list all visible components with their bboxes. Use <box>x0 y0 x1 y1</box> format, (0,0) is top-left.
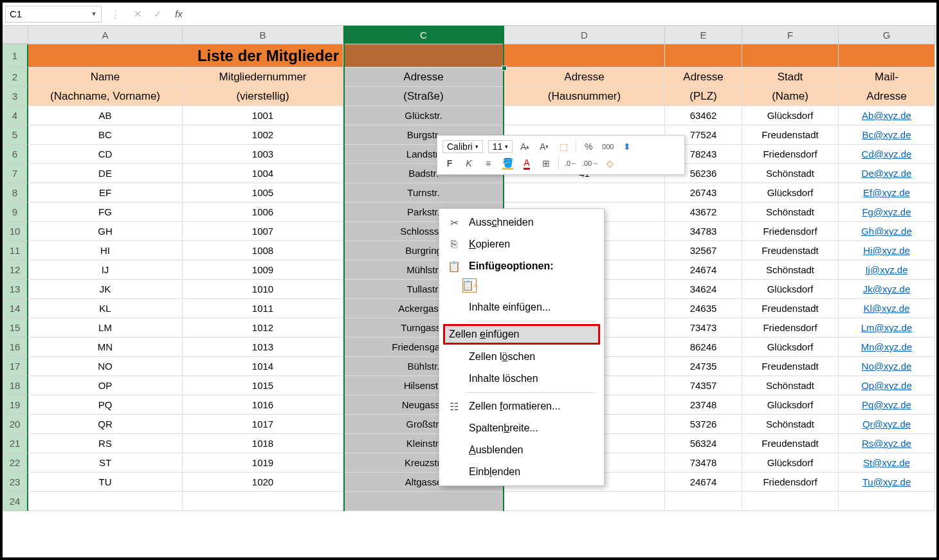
cell-A8[interactable]: EF <box>28 183 183 203</box>
cell-B23[interactable]: 1020 <box>183 473 343 492</box>
email-link[interactable]: Lm@xyz.de <box>861 322 912 333</box>
cell-F19[interactable]: Glücksdorf <box>742 395 839 415</box>
cell-F22[interactable]: Glücksdorf <box>742 453 839 473</box>
cell-E23[interactable]: 24674 <box>665 473 742 492</box>
cell-B12[interactable]: 1009 <box>183 260 343 280</box>
cell-B13[interactable]: 1010 <box>183 280 343 299</box>
email-link[interactable]: Gh@xyz.de <box>861 226 912 237</box>
cell-E19[interactable]: 23748 <box>665 395 742 415</box>
cell-A14[interactable]: KL <box>28 299 183 318</box>
cell-E9[interactable]: 43672 <box>665 203 742 222</box>
formula-input[interactable] <box>188 6 936 23</box>
cell-F4[interactable]: Glücksdorf <box>742 106 839 125</box>
row-header[interactable]: 20 <box>3 415 28 434</box>
cell-G9[interactable]: Fg@xyz.de <box>839 203 935 222</box>
cell-F18[interactable]: Schönstadt <box>742 376 839 395</box>
cell-B7[interactable]: 1004 <box>183 164 343 183</box>
row-header[interactable]: 19 <box>3 395 28 415</box>
email-link[interactable]: Cd@xyz.de <box>862 149 912 159</box>
cell-D4[interactable] <box>504 106 665 125</box>
cell-F16[interactable]: Glücksdorf <box>742 338 839 357</box>
row-header[interactable]: 8 <box>3 183 28 203</box>
cell-F12[interactable]: Schönstadt <box>742 260 839 280</box>
menu-unhide[interactable]: Einblenden <box>439 461 604 483</box>
cell-A10[interactable]: GH <box>28 222 183 241</box>
col-header-F[interactable]: F <box>742 26 839 44</box>
email-link[interactable]: Tu@xyz.de <box>862 476 911 487</box>
cell-G16[interactable]: Mn@xyz.de <box>839 338 935 357</box>
cell-G14[interactable]: Kl@xyz.de <box>839 299 935 318</box>
merge-icon[interactable]: ⬚ <box>556 140 570 154</box>
cell-E15[interactable]: 73473 <box>665 318 742 338</box>
cell-A16[interactable]: MN <box>28 338 183 357</box>
increase-font-icon[interactable]: A▴ <box>518 140 532 154</box>
title-cell-g[interactable] <box>839 44 935 68</box>
cell-F24[interactable] <box>742 492 839 511</box>
cell-C8[interactable]: Turnstr. <box>343 183 504 203</box>
menu-delete-cells[interactable]: Zellen löschen <box>439 346 604 368</box>
header-C-2[interactable]: (Straße) <box>343 87 504 106</box>
header-D-1[interactable]: Adresse <box>504 68 665 87</box>
cell-G22[interactable]: St@xyz.de <box>839 453 935 473</box>
email-link[interactable]: Qr@xyz.de <box>862 419 911 429</box>
cell-B18[interactable]: 1015 <box>183 376 343 395</box>
cell-F9[interactable]: Schönstadt <box>742 203 839 222</box>
header-G-2[interactable]: Adresse <box>839 87 935 106</box>
cell-E17[interactable]: 24735 <box>665 357 742 376</box>
italic-button[interactable]: K <box>462 156 476 170</box>
cell-A4[interactable]: AB <box>28 106 183 125</box>
cell-B15[interactable]: 1012 <box>183 318 343 338</box>
cell-B5[interactable]: 1002 <box>183 125 343 145</box>
row-header[interactable]: 14 <box>3 299 28 318</box>
row-header[interactable]: 17 <box>3 357 28 376</box>
header-B-2[interactable]: (vierstellig) <box>183 87 343 106</box>
row-header[interactable]: 18 <box>3 376 28 395</box>
format-painter-icon[interactable]: ⬍ <box>620 140 634 154</box>
bold-button[interactable]: F <box>442 156 457 170</box>
menu-copy[interactable]: ⎘ Kopieren <box>439 233 604 255</box>
cell-G18[interactable]: Op@xyz.de <box>839 376 935 395</box>
email-link[interactable]: Bc@xyz.de <box>862 129 911 140</box>
fx-label[interactable]: fx <box>170 8 188 19</box>
cell-C4[interactable]: Glückstr. <box>343 106 504 125</box>
title-cell-f[interactable] <box>742 44 839 68</box>
header-F-2[interactable]: (Name) <box>742 87 839 106</box>
cell-G17[interactable]: No@xyz.de <box>839 357 935 376</box>
cell-A18[interactable]: OP <box>28 376 183 395</box>
header-B-1[interactable]: Mitgliedernummer <box>183 68 343 87</box>
cell-F7[interactable]: Schönstadt <box>742 164 839 183</box>
cell-A11[interactable]: HI <box>28 241 183 260</box>
cell-A15[interactable]: LM <box>28 318 183 338</box>
cell-B17[interactable]: 1014 <box>183 357 343 376</box>
col-header-C[interactable]: C <box>343 26 504 44</box>
name-box-dropdown-icon[interactable]: ▼ <box>91 10 97 17</box>
cell-F21[interactable]: Freudenstadt <box>742 434 839 453</box>
row-header[interactable]: 12 <box>3 260 28 280</box>
header-G-1[interactable]: Mail- <box>839 68 935 87</box>
email-link[interactable]: Ij@xyz.de <box>865 264 907 275</box>
cell-G4[interactable]: Ab@xyz.de <box>839 106 935 125</box>
confirm-formula-icon[interactable]: ✓ <box>154 8 162 20</box>
cell-G5[interactable]: Bc@xyz.de <box>839 125 935 145</box>
cell-E22[interactable]: 73478 <box>665 453 742 473</box>
cell-E8[interactable]: 26743 <box>665 183 742 203</box>
email-link[interactable]: No@xyz.de <box>862 361 912 372</box>
cell-F14[interactable]: Freudenstadt <box>742 299 839 318</box>
menu-paste-special[interactable]: Inhalte einfügen... <box>439 296 604 318</box>
cell-E13[interactable]: 34624 <box>665 280 742 299</box>
menu-format-cells[interactable]: ☷ Zellen formatieren... <box>439 395 604 417</box>
col-header-B[interactable]: B <box>183 26 343 44</box>
fill-color-icon[interactable]: 🪣 <box>500 156 515 170</box>
cell-E11[interactable]: 32567 <box>665 241 742 260</box>
menu-clear-contents[interactable]: Inhalte löschen <box>439 368 604 390</box>
cell-B10[interactable]: 1007 <box>183 222 343 241</box>
cell-A19[interactable]: PQ <box>28 395 183 415</box>
cell-A22[interactable]: ST <box>28 453 183 473</box>
header-D-2[interactable]: (Hausnummer) <box>504 87 665 106</box>
cell-B24[interactable] <box>183 492 343 511</box>
email-link[interactable]: Kl@xyz.de <box>864 303 910 314</box>
col-header-D[interactable]: D <box>504 26 665 44</box>
row-header[interactable]: 4 <box>3 106 28 125</box>
font-color-icon[interactable]: A <box>520 156 534 170</box>
row-header[interactable]: 7 <box>3 164 28 183</box>
